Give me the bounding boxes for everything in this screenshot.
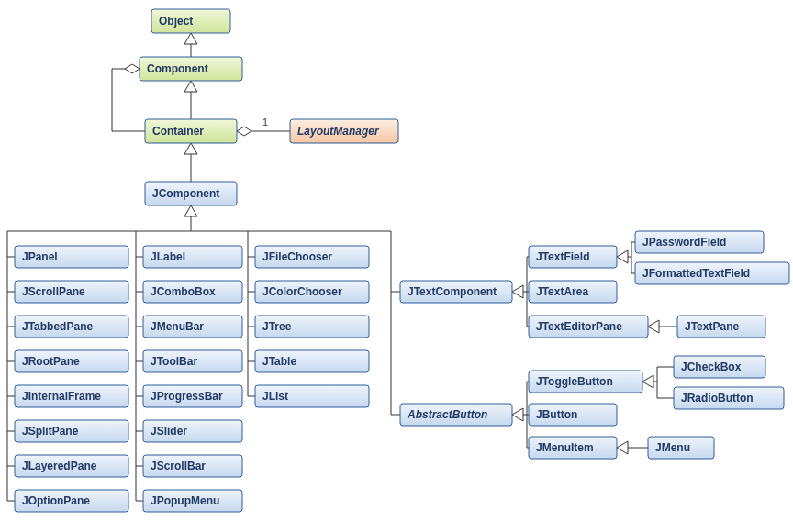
class-jbutton: JButton	[529, 404, 617, 426]
class-jscrollpane: JScrollPane	[15, 281, 128, 303]
class-jsplitpane: JSplitPane	[15, 420, 128, 442]
class-jtree: JTree	[255, 316, 369, 338]
generalization-arrow-icon	[512, 408, 523, 421]
class-label: Component	[147, 62, 208, 75]
class-jcombobox: JComboBox	[143, 281, 242, 303]
uml-class-diagram: 1 ObjectComponentContainerLayoutManagerJ…	[0, 0, 793, 532]
class-label: JTextArea	[536, 285, 588, 298]
class-label: JSplitPane	[22, 425, 79, 438]
class-jlayeredpane: JLayeredPane	[15, 455, 128, 477]
class-label: JToolBar	[151, 355, 197, 368]
generalization-arrow-icon	[184, 81, 197, 92]
class-jformattedtextfield: JFormattedTextField	[635, 262, 789, 284]
class-label: JMenuItem	[536, 441, 594, 454]
class-label: JTextComponent	[408, 285, 497, 298]
class-label: JOptionPane	[22, 494, 90, 507]
class-jpasswordfield: JPasswordField	[635, 231, 764, 253]
class-label: JRootPane	[22, 355, 80, 368]
class-label: JFileChooser	[262, 250, 332, 263]
generalization-arrow-icon	[512, 285, 523, 298]
class-jmenu: JMenu	[648, 437, 714, 459]
class-label: JTextPane	[685, 320, 739, 333]
class-label: JTextEditorPane	[536, 320, 622, 333]
class-jinternalframe: JInternalFrame	[15, 385, 128, 407]
class-label: JToggleButton	[536, 375, 613, 388]
class-label: JLabel	[151, 250, 185, 263]
class-label: LayoutManager	[297, 125, 380, 138]
class-jpopupmenu: JPopupMenu	[143, 490, 242, 512]
class-abstractbutton: AbstractButton	[400, 404, 512, 426]
class-jmenubar: JMenuBar	[143, 316, 242, 338]
class-jrootpane: JRootPane	[15, 350, 128, 372]
class-jtabbedpane: JTabbedPane	[15, 316, 128, 338]
class-label: Container	[152, 125, 204, 138]
class-jfilechooser: JFileChooser	[255, 246, 369, 268]
class-joptionpane: JOptionPane	[15, 490, 128, 512]
generalization-arrow-icon	[184, 33, 197, 44]
class-jradiobutton: JRadioButton	[674, 387, 784, 409]
generalization-arrow-icon	[617, 250, 628, 263]
class-jlabel: JLabel	[143, 246, 242, 268]
class-label: JSlider	[151, 425, 187, 438]
generalization-arrow-icon	[648, 320, 659, 333]
class-label: JLayeredPane	[22, 460, 97, 472]
aggregation-diamond-icon	[125, 64, 140, 73]
class-jprogressbar: JProgressBar	[143, 385, 242, 407]
multiplicity-label: 1	[262, 116, 268, 127]
class-label: JInternalFrame	[22, 390, 101, 403]
class-label: JPasswordField	[642, 236, 726, 249]
class-label: JTable	[262, 355, 296, 368]
class-jtable: JTable	[255, 350, 369, 372]
class-label: JComponent	[152, 187, 219, 200]
generalization-arrow-icon	[184, 205, 197, 216]
class-label: JColorChooser	[262, 285, 342, 298]
class-jtexteditorpane: JTextEditorPane	[529, 316, 648, 338]
class-label: AbstractButton	[407, 408, 487, 421]
class-jmenuitem: JMenuItem	[529, 437, 617, 459]
class-component: Component	[140, 57, 242, 81]
class-label: JTextField	[536, 250, 589, 263]
class-jcolorchooser: JColorChooser	[255, 281, 369, 303]
class-jslider: JSlider	[143, 420, 242, 442]
class-jtoolbar: JToolBar	[143, 350, 242, 372]
class-label: JMenuBar	[151, 320, 204, 333]
class-jtextcomponent: JTextComponent	[400, 281, 512, 303]
generalization-arrow-icon	[184, 143, 197, 154]
class-jtogglebutton: JToggleButton	[529, 371, 642, 393]
class-jcomponent: JComponent	[145, 182, 237, 205]
class-label: Object	[159, 15, 193, 28]
class-label: JComboBox	[151, 285, 216, 298]
class-label: JScrollPane	[22, 285, 85, 298]
class-jcheckbox: JCheckBox	[674, 356, 765, 378]
aggregation-diamond-icon	[237, 127, 251, 136]
class-label: JCheckBox	[681, 360, 742, 373]
class-label: JPanel	[22, 250, 58, 263]
class-label: JButton	[536, 408, 577, 421]
class-label: JTabbedPane	[22, 320, 93, 333]
class-label: JPopupMenu	[151, 494, 219, 507]
class-label: JRadioButton	[681, 392, 754, 405]
class-jlist: JList	[255, 385, 369, 407]
class-jtextpane: JTextPane	[677, 316, 765, 338]
class-label: JTree	[262, 320, 292, 333]
class-container: Container	[145, 119, 237, 143]
class-label: JList	[262, 390, 288, 403]
generalization-arrow-icon	[642, 375, 653, 388]
class-label: JProgressBar	[151, 390, 223, 403]
class-jtextfield: JTextField	[529, 246, 617, 268]
class-jtextarea: JTextArea	[529, 281, 617, 303]
class-label: JMenu	[655, 441, 690, 454]
generalization-arrow-icon	[617, 441, 628, 454]
class-jscrollbar: JScrollBar	[143, 455, 242, 477]
class-jpanel: JPanel	[15, 246, 128, 268]
class-label: JScrollBar	[151, 460, 206, 472]
class-label: JFormattedTextField	[642, 267, 750, 280]
class-object: Object	[151, 9, 230, 33]
class-layoutmanager: LayoutManager	[290, 119, 398, 143]
